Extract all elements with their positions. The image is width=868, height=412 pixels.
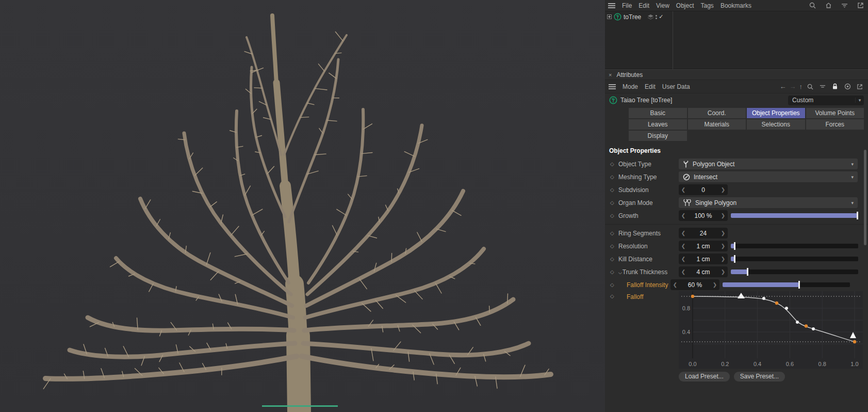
property-label: Subdvision [618, 186, 679, 194]
search-icon[interactable] [806, 82, 815, 91]
menu-user-data[interactable]: User Data [662, 83, 690, 90]
tab-leaves[interactable]: Leaves [629, 119, 687, 130]
close-icon[interactable]: × [609, 72, 612, 78]
increment-icon[interactable]: ❯ [718, 187, 728, 193]
increment-icon[interactable]: ❯ [718, 256, 728, 262]
menu-mode[interactable]: Mode [623, 83, 638, 90]
key-diamond-icon[interactable]: ◇ [610, 161, 618, 167]
object-row-totree[interactable]: toTree ✓ [605, 11, 868, 22]
resolution-spinner[interactable]: ❮ 1 cm ❯ [679, 241, 728, 251]
falloff-intensity-slider[interactable] [723, 282, 850, 287]
save-preset-button[interactable]: Save Preset... [734, 372, 785, 382]
spinner-value[interactable]: 24 [688, 230, 718, 237]
property-label: Trunk Thickness [623, 268, 667, 276]
search-icon[interactable] [808, 1, 817, 10]
tab-materials[interactable]: Materials [688, 119, 746, 130]
load-preset-button[interactable]: Load Preset... [679, 372, 730, 382]
decrement-icon[interactable]: ❮ [679, 187, 688, 193]
key-diamond-icon[interactable]: ◇ [610, 293, 618, 299]
key-diamond-icon[interactable]: ◇ [610, 230, 618, 236]
object-manager-menubar: File Edit View Object Tags Bookmarks [605, 0, 868, 11]
meshing-type-dropdown[interactable]: Intersect ▾ [679, 171, 858, 182]
spinner-value[interactable]: 1 cm [688, 243, 718, 250]
menu-object[interactable]: Object [676, 2, 694, 9]
up-arrow-icon[interactable]: ↑ [799, 83, 803, 90]
property-label: Resolution [618, 243, 679, 250]
forward-arrow-icon[interactable]: → [790, 83, 796, 90]
increment-icon[interactable]: ❯ [718, 230, 728, 236]
3d-viewport[interactable] [0, 0, 605, 412]
svg-text:0.2: 0.2 [721, 361, 729, 367]
menu-file[interactable]: File [622, 2, 632, 9]
decrement-icon[interactable]: ❮ [679, 269, 688, 275]
decrement-icon[interactable]: ❮ [679, 213, 688, 218]
spinner-value[interactable]: 0 [688, 186, 718, 194]
key-diamond-icon[interactable]: ◇ [610, 243, 618, 249]
decrement-icon[interactable]: ❮ [679, 243, 688, 249]
preset-buttons: Load Preset... Save Preset... [605, 369, 868, 382]
menu-tags[interactable]: Tags [701, 2, 714, 9]
attributes-hamburger-icon[interactable] [609, 83, 616, 90]
visibility-dots-icon[interactable] [656, 14, 657, 20]
layers-icon[interactable] [647, 14, 654, 20]
ring-segments-spinner[interactable]: ❮ 24 ❯ [679, 228, 728, 239]
enabled-check-icon[interactable]: ✓ [659, 13, 663, 20]
falloff-curve-editor[interactable]: 0.8 0.4 0.0 0.2 0.4 0.6 0.8 1.0 [679, 291, 863, 369]
scrollbar-thumb[interactable] [864, 150, 866, 245]
key-diamond-icon[interactable]: ◇ [610, 282, 618, 288]
growth-slider[interactable] [731, 213, 858, 218]
kill-distance-slider[interactable] [731, 257, 858, 261]
key-diamond-icon[interactable]: ◇ [610, 213, 618, 218]
home-icon[interactable] [824, 1, 833, 10]
decrement-icon[interactable]: ❮ [670, 282, 680, 288]
expand-icon[interactable] [607, 14, 612, 19]
organ-mode-dropdown[interactable]: Single Polygon ▾ [679, 197, 858, 208]
object-name[interactable]: toTree [624, 13, 641, 21]
trunk-thickness-spinner[interactable]: ❮ 4 cm ❯ [679, 266, 728, 277]
falloff-curve-graph[interactable]: 0.8 0.4 0.0 0.2 0.4 0.6 0.8 1.0 [679, 291, 863, 369]
filter-icon[interactable] [840, 1, 849, 10]
tab-basic[interactable]: Basic [629, 108, 687, 118]
increment-icon[interactable]: ❯ [710, 282, 719, 288]
back-arrow-icon[interactable]: ← [780, 83, 787, 90]
menu-edit[interactable]: Edit [638, 2, 649, 9]
growth-spinner[interactable]: ❮ 100 % ❯ [679, 210, 728, 221]
lock-icon[interactable] [830, 82, 840, 91]
menu-bookmarks[interactable]: Bookmarks [720, 2, 751, 9]
increment-icon[interactable]: ❯ [718, 243, 728, 249]
tab-volume-points[interactable]: Volume Points [806, 108, 864, 118]
filter-icon[interactable] [818, 82, 827, 91]
key-diamond-icon[interactable]: ◇ [610, 269, 618, 275]
menu-view[interactable]: View [656, 2, 669, 9]
menu-edit-attr[interactable]: Edit [645, 83, 656, 90]
spinner-value[interactable]: 1 cm [688, 256, 718, 263]
subdivision-spinner[interactable]: ❮ 0 ❯ [679, 184, 728, 195]
tab-selections[interactable]: Selections [747, 119, 805, 130]
collapse-caret-icon[interactable]: ⌵ [618, 270, 622, 275]
object-type-dropdown[interactable]: Polygon Object ▾ [679, 159, 858, 169]
popout-icon[interactable] [856, 1, 865, 10]
falloff-intensity-spinner[interactable]: ❮ 60 % ❯ [670, 279, 719, 290]
tab-coord[interactable]: Coord. [688, 108, 746, 118]
popout-icon[interactable] [855, 82, 864, 91]
menu-hamburger-icon[interactable] [608, 2, 615, 9]
spinner-value[interactable]: 4 cm [688, 268, 718, 276]
key-diamond-icon[interactable]: ◇ [610, 256, 618, 262]
resolution-slider[interactable] [731, 244, 858, 248]
spinner-value[interactable]: 100 % [688, 212, 718, 219]
kill-distance-spinner[interactable]: ❮ 1 cm ❯ [679, 253, 728, 264]
decrement-icon[interactable]: ❮ [679, 230, 688, 236]
key-diamond-icon[interactable]: ◇ [610, 187, 618, 193]
increment-icon[interactable]: ❯ [718, 213, 728, 218]
preset-dropdown[interactable]: Custom ▾ [788, 96, 864, 105]
increment-icon[interactable]: ❯ [718, 269, 728, 275]
target-icon[interactable] [843, 82, 852, 91]
key-diamond-icon[interactable]: ◇ [610, 174, 618, 180]
trunk-thickness-slider[interactable] [731, 270, 858, 274]
key-diamond-icon[interactable]: ◇ [610, 200, 618, 205]
tab-display[interactable]: Display [629, 131, 687, 141]
decrement-icon[interactable]: ❮ [679, 256, 688, 262]
spinner-value[interactable]: 60 % [680, 281, 710, 289]
tab-forces[interactable]: Forces [806, 119, 864, 130]
tab-object-properties[interactable]: Object Properties [747, 108, 805, 118]
